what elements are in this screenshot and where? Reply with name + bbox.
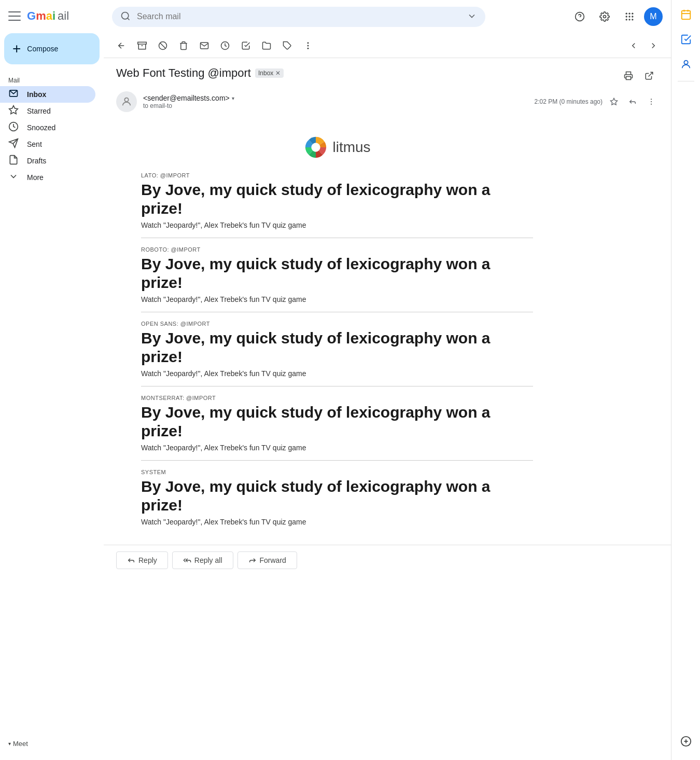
svg-point-34	[651, 99, 652, 100]
svg-point-32	[124, 98, 128, 102]
svg-rect-39	[681, 11, 690, 19]
more-email-options-button[interactable]	[644, 94, 659, 109]
svg-point-14	[628, 16, 630, 17]
font-label-roboto: ROBOTO: @IMPORT	[141, 246, 533, 253]
font-label-lato: LATO: @IMPORT	[141, 172, 533, 178]
font-section-roboto: ROBOTO: @IMPORT By Jove, my quick study …	[141, 246, 533, 303]
apps-button[interactable]	[619, 6, 640, 27]
print-button[interactable]	[619, 66, 638, 85]
search-box[interactable]	[112, 7, 485, 27]
svg-line-6	[128, 18, 130, 20]
sidebar-item-starred[interactable]: Starred	[0, 103, 95, 119]
font-subtext-montserrat: Watch "Jeopardy!", Alex Trebek's fun TV …	[141, 444, 533, 452]
avatar[interactable]: M	[644, 7, 663, 26]
svg-point-13	[626, 16, 627, 17]
tasks-panel-icon[interactable]	[676, 29, 696, 50]
star-email-button[interactable]	[607, 94, 621, 109]
reply-button[interactable]: Reply	[116, 551, 168, 569]
sender-chevron-icon[interactable]: ▾	[232, 95, 234, 101]
topbar: M	[104, 0, 671, 33]
prev-email-button[interactable]	[624, 36, 643, 55]
svg-point-10	[626, 13, 627, 15]
litmus-logo: litmus	[141, 125, 533, 172]
sender-info: <sender@emailtests.com> ▾ to email-to	[143, 94, 528, 109]
email-time: 2:02 PM (0 minutes ago)	[535, 94, 659, 109]
badge-close-icon[interactable]: ✕	[275, 70, 281, 77]
inbox-badge: Inbox ✕	[255, 68, 284, 78]
svg-line-23	[160, 43, 166, 48]
divider-2	[141, 312, 533, 312]
add-task-button[interactable]	[236, 36, 255, 55]
sidebar-header: Gmai ail	[0, 4, 104, 31]
search-dropdown-icon[interactable]	[467, 11, 477, 23]
right-panel	[671, 0, 700, 760]
sidebar-item-snoozed[interactable]: Snoozed	[0, 119, 95, 136]
svg-rect-30	[626, 77, 631, 80]
move-to-button[interactable]	[257, 36, 276, 55]
font-heading-lato: By Jove, my quick study of lexicography …	[141, 181, 533, 218]
back-button[interactable]	[112, 36, 131, 55]
svg-point-35	[651, 101, 652, 102]
sidebar-item-more[interactable]: More	[0, 169, 95, 186]
font-section-lato: LATO: @IMPORT By Jove, my quick study of…	[141, 172, 533, 229]
litmus-wheel-icon	[303, 135, 328, 160]
svg-point-38	[312, 143, 320, 151]
starred-label: Starred	[27, 107, 51, 115]
sidebar-item-sent[interactable]: Sent	[0, 136, 95, 153]
svg-point-12	[632, 13, 633, 15]
search-input[interactable]	[137, 12, 460, 21]
hamburger-menu[interactable]	[8, 10, 21, 22]
svg-point-17	[628, 19, 630, 20]
settings-button[interactable]	[594, 6, 615, 27]
svg-marker-33	[610, 98, 617, 105]
add-app-icon[interactable]	[676, 731, 696, 752]
email-body: litmus LATO: @IMPORT By Jove, my quick s…	[104, 120, 570, 545]
compose-button[interactable]: + Compose	[4, 33, 100, 64]
star-icon	[8, 105, 19, 118]
contacts-panel-icon[interactable]	[676, 54, 696, 75]
font-subtext-system: Watch "Jeopardy!", Alex Trebek's fun TV …	[141, 518, 533, 526]
sidebar-item-drafts[interactable]: Drafts	[0, 153, 95, 169]
svg-rect-20	[138, 42, 147, 44]
delete-button[interactable]	[174, 36, 193, 55]
snooze-icon	[8, 121, 19, 134]
snoozed-label: Snoozed	[27, 123, 55, 132]
font-section-system: SYSTEM By Jove, my quick study of lexico…	[141, 469, 533, 526]
snooze-button[interactable]	[216, 36, 234, 55]
open-external-button[interactable]	[640, 66, 659, 85]
reply-quick-button[interactable]	[625, 94, 640, 109]
svg-point-11	[628, 13, 630, 15]
font-label-system: SYSTEM	[141, 469, 533, 475]
mark-unread-button[interactable]	[195, 36, 214, 55]
gmail-logo-letters: Gmai	[27, 9, 55, 23]
main-content: M	[104, 0, 671, 760]
panel-divider	[678, 81, 694, 81]
svg-point-16	[626, 19, 627, 20]
label-button[interactable]	[278, 36, 297, 55]
email-sender-row: <sender@emailtests.com> ▾ to email-to 2:…	[104, 89, 671, 120]
calendar-panel-icon[interactable]	[676, 4, 696, 25]
meet-section: ▾ Meet	[8, 736, 95, 752]
gmail-logo: Gmai ail	[27, 9, 69, 23]
more-label: More	[27, 173, 44, 182]
gmail-logo-text: ail	[58, 9, 69, 23]
email-subject-line: Web Font Testing @import Inbox ✕	[116, 66, 284, 80]
sidebar-item-inbox[interactable]: Inbox	[0, 86, 95, 103]
forward-button[interactable]: Forward	[237, 551, 297, 569]
svg-point-36	[651, 104, 652, 105]
sidebar-bottom: ▾ Meet	[0, 731, 104, 756]
reply-all-label: Reply all	[194, 556, 222, 564]
next-email-button[interactable]	[644, 36, 663, 55]
divider-4	[141, 460, 533, 461]
report-spam-button[interactable]	[153, 36, 172, 55]
sidebar: Gmai ail + Compose Mail Inbox Starred Sn…	[0, 0, 104, 760]
reply-all-button[interactable]: Reply all	[172, 551, 233, 569]
topbar-icons: M	[569, 6, 663, 27]
archive-button[interactable]	[133, 36, 151, 55]
more-options-button[interactable]	[299, 36, 317, 55]
mail-section-label: Mail	[0, 73, 104, 86]
svg-point-28	[307, 45, 309, 46]
svg-point-27	[307, 42, 309, 44]
help-button[interactable]	[569, 6, 590, 27]
email-subject: Web Font Testing @import	[116, 66, 251, 80]
